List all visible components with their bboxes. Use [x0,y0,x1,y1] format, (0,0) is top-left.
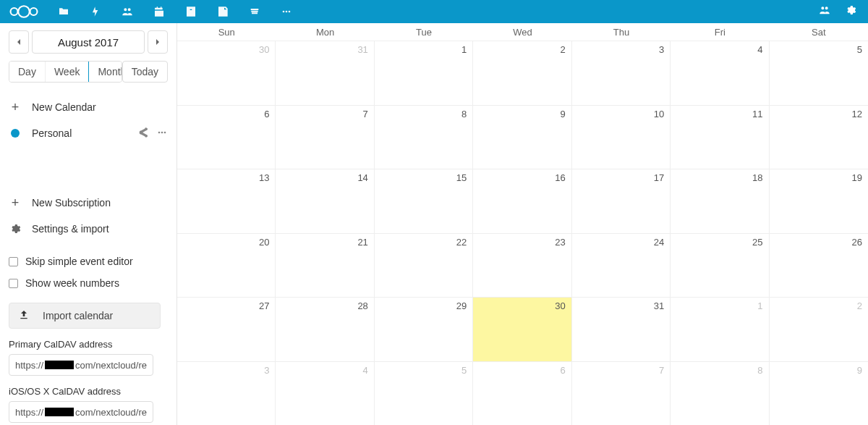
day-cell[interactable]: 3 [572,41,671,105]
day-number: 4 [363,365,368,376]
week-row: 272829303112 [177,297,868,361]
day-cell[interactable]: 30 [473,298,571,361]
next-month-button[interactable] [148,30,168,54]
day-cell[interactable]: 14 [276,169,374,233]
day-cell[interactable]: 8 [375,106,473,169]
top-right [819,4,856,19]
month-title[interactable]: August 2017 [32,30,145,54]
day-cell[interactable]: 28 [276,298,374,361]
today-button[interactable]: Today [122,61,168,83]
app-icon[interactable] [184,4,198,19]
day-cell[interactable]: 17 [572,169,671,233]
day-cell[interactable]: 10 [572,106,671,169]
day-cell[interactable]: 9 [473,106,571,169]
day-number: 9 [857,365,862,376]
day-cell[interactable]: 2 [770,298,868,361]
primary-caldav-label: Primary CalDAV address [9,339,168,350]
day-cell[interactable]: 9 [770,362,868,426]
day-cell[interactable]: 12 [770,106,868,169]
day-cell[interactable]: 31 [572,298,671,361]
day-cell[interactable]: 3 [177,362,276,426]
day-cell[interactable]: 23 [473,234,571,298]
day-cell[interactable]: 24 [572,234,671,298]
weeks-container: 3031123456789101112131415161718192021222… [177,41,868,425]
view-month-button[interactable]: Month [88,61,122,83]
day-number: 29 [456,300,467,311]
day-cell[interactable]: 22 [375,234,473,298]
day-number: 15 [456,172,467,183]
day-number: 11 [752,109,762,119]
day-cell[interactable]: 19 [770,169,868,233]
day-cell[interactable]: 5 [375,362,473,426]
day-cell[interactable]: 11 [671,106,769,169]
svg-point-0 [11,8,18,15]
view-week-button[interactable]: Week [46,62,90,82]
contacts-icon[interactable] [120,4,135,19]
app-logo[interactable] [6,1,42,22]
day-header: Fri [671,23,769,41]
folder-icon[interactable] [56,4,71,19]
new-calendar-button[interactable]: + New Calendar [9,94,168,120]
day-number: 5 [461,365,467,376]
settings-import-button[interactable]: Settings & import [9,216,168,242]
day-cell[interactable]: 27 [177,298,276,361]
checkbox-icon[interactable] [9,279,18,288]
day-header: Thu [572,23,671,41]
day-cell[interactable]: 4 [671,41,769,105]
day-number: 8 [461,109,467,119]
more-icon[interactable] [279,4,294,19]
settings-icon[interactable] [845,4,856,19]
day-cell[interactable]: 31 [276,41,374,105]
new-subscription-label: New Subscription [32,197,168,209]
day-number: 12 [852,109,862,119]
day-cell[interactable]: 5 [770,41,868,105]
day-number: 6 [264,109,269,119]
day-cell[interactable]: 18 [671,169,769,233]
day-cell[interactable]: 30 [177,41,276,105]
day-cell[interactable]: 13 [177,169,276,233]
primary-caldav-input[interactable]: https://com/nextcloud/re [9,354,153,376]
import-calendar-button[interactable]: Import calendar [9,303,161,329]
day-cell[interactable]: 15 [375,169,473,233]
day-cell[interactable]: 7 [276,106,374,169]
new-calendar-label: New Calendar [32,101,168,113]
share-icon[interactable] [137,127,149,140]
day-header: Sun [177,23,276,41]
day-cell[interactable]: 20 [177,234,276,298]
day-cell[interactable]: 8 [671,362,769,426]
upload-icon [18,309,30,323]
day-cell[interactable]: 2 [473,41,571,105]
new-subscription-button[interactable]: + New Subscription [9,190,168,216]
calendar-icon[interactable] [152,4,166,19]
view-day-button[interactable]: Day [9,62,46,82]
prev-month-button[interactable] [9,30,29,54]
checkbox-icon[interactable] [9,257,18,266]
skip-simple-label: Skip simple event editor [25,256,133,267]
notes-icon[interactable] [216,4,230,19]
day-cell[interactable]: 21 [276,234,374,298]
day-cell[interactable]: 26 [770,234,868,298]
skip-simple-editor-option[interactable]: Skip simple event editor [9,251,168,272]
day-number: 10 [654,109,664,119]
ios-caldav-input[interactable]: https://com/nextcloud/re [9,401,153,423]
activity-icon[interactable] [88,4,103,19]
day-number: 20 [259,237,269,248]
calendar-item-personal[interactable]: Personal [9,120,168,146]
day-cell[interactable]: 1 [375,41,473,105]
day-cell[interactable]: 16 [473,169,571,233]
show-week-numbers-option[interactable]: Show week numbers [9,272,168,294]
users-icon[interactable] [819,4,830,19]
day-cell[interactable]: 29 [375,298,473,361]
day-cell[interactable]: 6 [473,362,571,426]
deck-icon[interactable] [247,4,262,19]
day-cell[interactable]: 6 [177,106,276,169]
day-number: 24 [654,237,664,248]
day-cell[interactable]: 25 [671,234,769,298]
day-cell[interactable]: 4 [276,362,374,426]
svg-point-8 [164,131,166,133]
day-header-row: Sun Mon Tue Wed Thu Fri Sat [177,23,868,41]
day-cell[interactable]: 1 [671,298,769,361]
day-number: 16 [555,172,565,183]
day-cell[interactable]: 7 [572,362,671,426]
more-icon[interactable] [156,127,168,140]
